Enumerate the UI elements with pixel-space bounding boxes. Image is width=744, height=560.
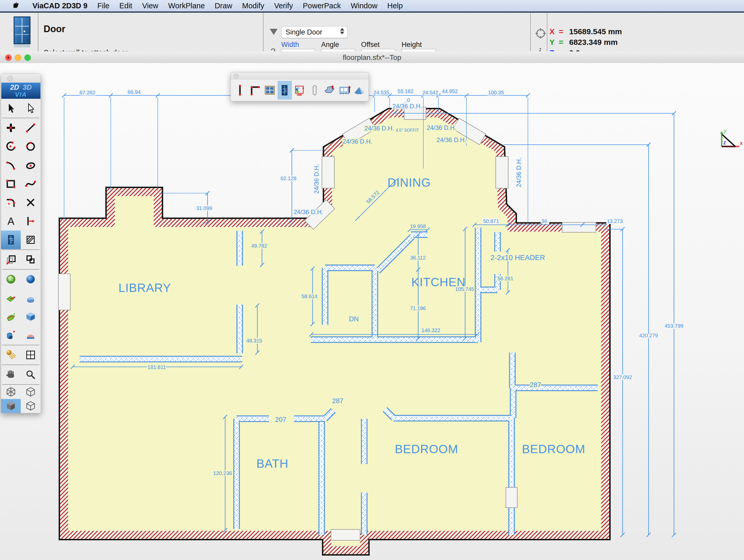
svg-text:36.112: 36.112	[410, 255, 426, 261]
wall-corner-tool[interactable]	[248, 81, 262, 99]
boolean-tool[interactable]	[1, 326, 21, 345]
room-kitchen: KITCHEN	[411, 275, 466, 289]
svg-text:100.35: 100.35	[488, 90, 504, 95]
select-open-tool[interactable]	[21, 99, 40, 117]
architecture-toolbar-title[interactable]	[231, 72, 369, 79]
room-bedroom1: BEDROOM	[395, 442, 458, 456]
toolbar-close-icon[interactable]	[234, 74, 239, 79]
menu-item-help[interactable]: Help	[382, 2, 408, 10]
door-tool[interactable]	[1, 231, 21, 249]
revolve-tool[interactable]	[21, 288, 40, 307]
rectangle-tool[interactable]	[1, 174, 21, 193]
palette-close-icon[interactable]	[7, 76, 13, 81]
svg-text:31.099: 31.099	[196, 205, 212, 211]
arc-tool[interactable]	[1, 137, 21, 156]
svg-text:2-2x10 HEADER: 2-2x10 HEADER	[490, 253, 545, 262]
dimension-tool[interactable]	[21, 212, 40, 231]
angle-label: Angle	[321, 41, 339, 49]
menu-item-draw[interactable]: Draw	[210, 2, 237, 10]
svg-text:13.273: 13.273	[607, 218, 623, 224]
surface-patch-tool[interactable]	[1, 307, 21, 326]
assembly-tool[interactable]	[292, 81, 307, 99]
ucs-axis-icon: y x z	[716, 128, 742, 155]
menu-item-app[interactable]: ViaCAD 2D3D 9	[28, 2, 92, 10]
roof-tool[interactable]	[352, 81, 367, 99]
drawing-canvas[interactable]: 67.262 66.94 24.535 55.182 24.542 44.952…	[0, 63, 744, 560]
svg-text:19.958: 19.958	[410, 224, 426, 229]
trim-tool[interactable]	[21, 193, 40, 212]
svg-text:24/36 D.H.: 24/36 D.H.	[427, 124, 456, 131]
svg-text:420.279: 420.279	[639, 333, 658, 338]
svg-text:24.535: 24.535	[373, 90, 389, 95]
mold-tool[interactable]	[21, 326, 40, 345]
cube-solid-tool[interactable]	[21, 307, 40, 326]
point-tool[interactable]	[1, 118, 21, 137]
spline-tool[interactable]	[21, 174, 40, 193]
svg-text:55.182: 55.182	[398, 88, 413, 94]
text-tool[interactable]: A	[1, 212, 21, 231]
slab-tool[interactable]	[322, 81, 337, 99]
svg-text:y: y	[723, 128, 727, 133]
pan-tool[interactable]	[1, 365, 21, 384]
svg-text:24/36 D.H.: 24/36 D.H.	[365, 125, 394, 132]
svg-text:24.542: 24.542	[422, 90, 438, 95]
wall-tool[interactable]	[233, 81, 247, 99]
menu-item-verify[interactable]: Verify	[269, 2, 298, 10]
palette-title-bar[interactable]	[1, 74, 41, 83]
menu-item-modify[interactable]: Modify	[237, 2, 269, 10]
ellipse-tool[interactable]	[21, 156, 40, 174]
svg-text:24/36 D.H.: 24/36 D.H.	[294, 208, 324, 215]
zoom-tool[interactable]	[21, 365, 40, 384]
door-type-dropdown[interactable]: Single Door	[281, 26, 348, 38]
menu-item-edit[interactable]: Edit	[114, 2, 137, 10]
line-tool[interactable]	[21, 118, 40, 137]
move-tool[interactable]	[1, 250, 21, 269]
view-cube-wireframe-2[interactable]	[21, 385, 40, 399]
room-dining: DINING	[387, 176, 431, 189]
view-layout-tool[interactable]	[21, 346, 40, 364]
height-label: Height	[402, 41, 422, 49]
window-title: floorplan.sfx*--Top	[0, 53, 744, 62]
menu-item-powerpack[interactable]: PowerPack	[298, 2, 346, 10]
svg-text:146.322: 146.322	[421, 327, 440, 333]
svg-text:36.: 36.	[542, 218, 549, 224]
hatch-tool[interactable]	[21, 231, 40, 249]
menu-item-view[interactable]: View	[137, 2, 163, 10]
snap-target-icon[interactable]	[535, 28, 546, 40]
width-label: Width	[281, 41, 299, 49]
door-insert-tool[interactable]	[277, 81, 292, 99]
view-cube-shaded[interactable]	[1, 399, 21, 413]
sphere-solid-tool[interactable]	[21, 270, 40, 288]
apple-menu-icon[interactable]	[13, 2, 21, 10]
sphere-surface-tool[interactable]	[1, 270, 21, 288]
window-tool[interactable]	[263, 81, 277, 99]
palette-logo: 2D3D VIA	[1, 83, 40, 99]
menu-item-workplane[interactable]: WorkPlane	[163, 2, 210, 10]
fillet-tool[interactable]	[1, 193, 21, 212]
extrude-tool[interactable]	[1, 288, 21, 307]
curve-tool[interactable]	[1, 156, 21, 174]
svg-text:24/36 D.H.: 24/36 D.H.	[343, 138, 373, 145]
svg-text:.0: .0	[406, 97, 410, 103]
svg-text:A: A	[7, 215, 14, 227]
wall-blank-tool[interactable]	[307, 81, 322, 99]
svg-text:56.281: 56.281	[497, 276, 513, 281]
wall-opening-tool[interactable]	[337, 81, 352, 99]
svg-text:207: 207	[275, 415, 286, 424]
menu-item-window[interactable]: Window	[346, 2, 382, 10]
view-cube-wireframe-1[interactable]	[1, 385, 21, 399]
svg-text:287: 287	[332, 397, 343, 405]
menu-item-file[interactable]: File	[92, 2, 114, 10]
render-tool[interactable]	[1, 346, 21, 364]
select-tool[interactable]	[1, 99, 21, 117]
copy-tool[interactable]	[21, 250, 40, 269]
circle-tool[interactable]	[21, 137, 40, 156]
door-tool-preview-icon	[9, 15, 35, 49]
document-title-bar[interactable]: floorplan.sfx*--Top	[0, 51, 744, 63]
svg-text:66.94: 66.94	[127, 89, 141, 95]
dropdown-chevrons-icon	[340, 28, 344, 34]
view-cube-wireframe-3[interactable]	[21, 399, 40, 413]
svg-text:58.614: 58.614	[301, 293, 317, 299]
svg-text:453.799: 453.799	[665, 323, 683, 329]
collapse-arrow-icon[interactable]	[270, 29, 277, 35]
